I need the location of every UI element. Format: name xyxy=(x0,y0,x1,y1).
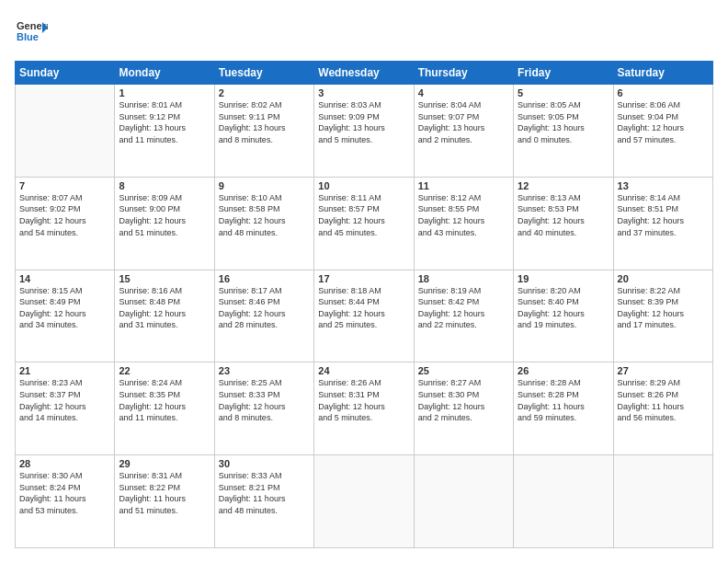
page: General Blue SundayMondayTuesdayWednesda… xyxy=(0,0,728,563)
calendar-week-row: 1Sunrise: 8:01 AM Sunset: 9:12 PM Daylig… xyxy=(16,85,713,178)
day-number: 10 xyxy=(318,180,409,191)
calendar-cell: 28Sunrise: 8:30 AM Sunset: 8:24 PM Dayli… xyxy=(16,455,115,548)
day-number: 4 xyxy=(418,87,509,98)
day-number: 24 xyxy=(318,365,409,376)
day-info: Sunrise: 8:22 AM Sunset: 8:39 PM Dayligh… xyxy=(618,285,709,331)
day-info: Sunrise: 8:05 AM Sunset: 9:05 PM Dayligh… xyxy=(518,99,609,145)
calendar-cell: 14Sunrise: 8:15 AM Sunset: 8:49 PM Dayli… xyxy=(16,270,115,362)
calendar-cell: 27Sunrise: 8:29 AM Sunset: 8:26 PM Dayli… xyxy=(613,362,712,455)
day-number: 5 xyxy=(518,87,609,98)
calendar-cell: 16Sunrise: 8:17 AM Sunset: 8:46 PM Dayli… xyxy=(214,270,313,362)
header: General Blue xyxy=(15,15,713,52)
calendar-cell: 4Sunrise: 8:04 AM Sunset: 9:07 PM Daylig… xyxy=(414,85,513,178)
calendar-cell xyxy=(613,455,712,548)
day-number: 9 xyxy=(219,180,310,191)
calendar-cell: 23Sunrise: 8:25 AM Sunset: 8:33 PM Dayli… xyxy=(214,362,313,455)
day-info: Sunrise: 8:02 AM Sunset: 9:11 PM Dayligh… xyxy=(219,99,310,145)
logo: General Blue xyxy=(15,15,48,52)
day-number: 11 xyxy=(418,180,509,191)
calendar-cell: 30Sunrise: 8:33 AM Sunset: 8:21 PM Dayli… xyxy=(214,455,313,548)
day-info: Sunrise: 8:27 AM Sunset: 8:30 PM Dayligh… xyxy=(418,377,509,423)
calendar-cell: 26Sunrise: 8:28 AM Sunset: 8:28 PM Dayli… xyxy=(514,362,613,455)
weekday-header-saturday: Saturday xyxy=(613,62,712,85)
day-number: 16 xyxy=(219,273,310,284)
day-info: Sunrise: 8:15 AM Sunset: 8:49 PM Dayligh… xyxy=(19,285,110,331)
day-number: 23 xyxy=(219,365,310,376)
svg-text:Blue: Blue xyxy=(17,31,39,42)
weekday-header-tuesday: Tuesday xyxy=(214,62,313,85)
weekday-header-friday: Friday xyxy=(514,62,613,85)
day-info: Sunrise: 8:26 AM Sunset: 8:31 PM Dayligh… xyxy=(318,377,409,423)
day-number: 25 xyxy=(418,365,509,376)
day-info: Sunrise: 8:12 AM Sunset: 8:55 PM Dayligh… xyxy=(418,192,509,238)
calendar-cell: 21Sunrise: 8:23 AM Sunset: 8:37 PM Dayli… xyxy=(16,362,115,455)
weekday-header-thursday: Thursday xyxy=(414,62,513,85)
calendar-cell: 13Sunrise: 8:14 AM Sunset: 8:51 PM Dayli… xyxy=(613,177,712,270)
day-number: 18 xyxy=(418,273,509,284)
day-info: Sunrise: 8:07 AM Sunset: 9:02 PM Dayligh… xyxy=(19,192,110,238)
calendar-table: SundayMondayTuesdayWednesdayThursdayFrid… xyxy=(15,61,713,548)
day-number: 20 xyxy=(618,273,709,284)
weekday-header-wednesday: Wednesday xyxy=(314,62,414,85)
day-number: 1 xyxy=(119,87,210,98)
calendar-week-row: 21Sunrise: 8:23 AM Sunset: 8:37 PM Dayli… xyxy=(16,362,713,455)
day-info: Sunrise: 8:04 AM Sunset: 9:07 PM Dayligh… xyxy=(418,99,509,145)
day-info: Sunrise: 8:28 AM Sunset: 8:28 PM Dayligh… xyxy=(518,377,609,423)
calendar-cell: 22Sunrise: 8:24 AM Sunset: 8:35 PM Dayli… xyxy=(115,362,214,455)
calendar-cell: 7Sunrise: 8:07 AM Sunset: 9:02 PM Daylig… xyxy=(16,177,115,270)
calendar-cell: 19Sunrise: 8:20 AM Sunset: 8:40 PM Dayli… xyxy=(514,270,613,362)
day-info: Sunrise: 8:16 AM Sunset: 8:48 PM Dayligh… xyxy=(119,285,210,331)
day-number: 21 xyxy=(19,365,110,376)
calendar-cell: 25Sunrise: 8:27 AM Sunset: 8:30 PM Dayli… xyxy=(414,362,513,455)
day-number: 6 xyxy=(618,87,709,98)
day-number: 29 xyxy=(119,458,210,469)
calendar-cell: 11Sunrise: 8:12 AM Sunset: 8:55 PM Dayli… xyxy=(414,177,513,270)
day-info: Sunrise: 8:23 AM Sunset: 8:37 PM Dayligh… xyxy=(19,377,110,423)
calendar-week-row: 28Sunrise: 8:30 AM Sunset: 8:24 PM Dayli… xyxy=(16,455,713,548)
day-number: 3 xyxy=(318,87,409,98)
day-info: Sunrise: 8:17 AM Sunset: 8:46 PM Dayligh… xyxy=(219,285,310,331)
day-info: Sunrise: 8:33 AM Sunset: 8:21 PM Dayligh… xyxy=(219,470,310,516)
calendar-cell xyxy=(16,85,115,178)
day-number: 15 xyxy=(119,273,210,284)
day-number: 8 xyxy=(119,180,210,191)
day-number: 7 xyxy=(19,180,110,191)
day-number: 22 xyxy=(119,365,210,376)
weekday-header-sunday: Sunday xyxy=(16,62,115,85)
day-number: 19 xyxy=(518,273,609,284)
day-info: Sunrise: 8:20 AM Sunset: 8:40 PM Dayligh… xyxy=(518,285,609,331)
day-info: Sunrise: 8:31 AM Sunset: 8:22 PM Dayligh… xyxy=(119,470,210,516)
day-number: 28 xyxy=(19,458,110,469)
day-info: Sunrise: 8:24 AM Sunset: 8:35 PM Dayligh… xyxy=(119,377,210,423)
day-info: Sunrise: 8:06 AM Sunset: 9:04 PM Dayligh… xyxy=(618,99,709,145)
calendar-cell: 10Sunrise: 8:11 AM Sunset: 8:57 PM Dayli… xyxy=(314,177,414,270)
day-number: 12 xyxy=(518,180,609,191)
day-info: Sunrise: 8:25 AM Sunset: 8:33 PM Dayligh… xyxy=(219,377,310,423)
calendar-cell: 15Sunrise: 8:16 AM Sunset: 8:48 PM Dayli… xyxy=(115,270,214,362)
weekday-header-monday: Monday xyxy=(115,62,214,85)
day-info: Sunrise: 8:10 AM Sunset: 8:58 PM Dayligh… xyxy=(219,192,310,238)
logo-icon: General Blue xyxy=(15,15,48,48)
calendar-cell xyxy=(314,455,414,548)
calendar-cell: 9Sunrise: 8:10 AM Sunset: 8:58 PM Daylig… xyxy=(214,177,313,270)
day-number: 17 xyxy=(318,273,409,284)
calendar-cell: 1Sunrise: 8:01 AM Sunset: 9:12 PM Daylig… xyxy=(115,85,214,178)
calendar-cell xyxy=(514,455,613,548)
day-info: Sunrise: 8:30 AM Sunset: 8:24 PM Dayligh… xyxy=(19,470,110,516)
day-info: Sunrise: 8:18 AM Sunset: 8:44 PM Dayligh… xyxy=(318,285,409,331)
calendar-cell: 3Sunrise: 8:03 AM Sunset: 9:09 PM Daylig… xyxy=(314,85,414,178)
calendar-cell xyxy=(414,455,513,548)
calendar-week-row: 14Sunrise: 8:15 AM Sunset: 8:49 PM Dayli… xyxy=(16,270,713,362)
day-info: Sunrise: 8:14 AM Sunset: 8:51 PM Dayligh… xyxy=(618,192,709,238)
day-info: Sunrise: 8:13 AM Sunset: 8:53 PM Dayligh… xyxy=(518,192,609,238)
day-info: Sunrise: 8:03 AM Sunset: 9:09 PM Dayligh… xyxy=(318,99,409,145)
calendar-cell: 29Sunrise: 8:31 AM Sunset: 8:22 PM Dayli… xyxy=(115,455,214,548)
calendar-cell: 20Sunrise: 8:22 AM Sunset: 8:39 PM Dayli… xyxy=(613,270,712,362)
day-info: Sunrise: 8:09 AM Sunset: 9:00 PM Dayligh… xyxy=(119,192,210,238)
day-number: 13 xyxy=(618,180,709,191)
calendar-week-row: 7Sunrise: 8:07 AM Sunset: 9:02 PM Daylig… xyxy=(16,177,713,270)
day-number: 26 xyxy=(518,365,609,376)
day-info: Sunrise: 8:29 AM Sunset: 8:26 PM Dayligh… xyxy=(618,377,709,423)
calendar-cell: 18Sunrise: 8:19 AM Sunset: 8:42 PM Dayli… xyxy=(414,270,513,362)
day-info: Sunrise: 8:19 AM Sunset: 8:42 PM Dayligh… xyxy=(418,285,509,331)
